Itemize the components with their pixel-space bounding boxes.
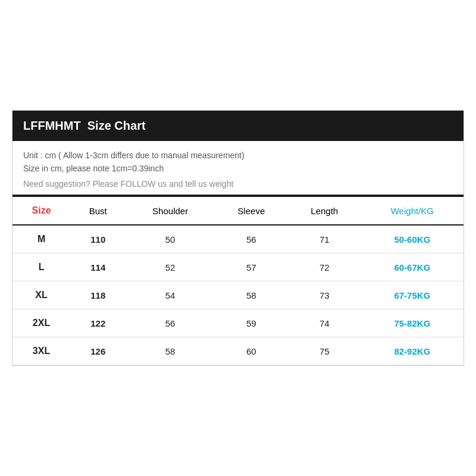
bust-value: 118 (70, 281, 126, 309)
weight-value: 60-67KG (361, 253, 464, 281)
chart-word: Size Chart (87, 119, 146, 132)
col-size: Size (12, 196, 70, 225)
shoulder-value: 52 (126, 253, 214, 281)
bust-value: 110 (70, 225, 126, 253)
chart-header: LFFMHMT Size Chart (12, 111, 464, 141)
shoulder-value: 50 (126, 225, 214, 253)
chart-title: LFFMHMT Size Chart (23, 119, 146, 132)
bust-value: 114 (70, 253, 126, 281)
bust-value: 122 (70, 309, 126, 337)
shoulder-value: 56 (126, 309, 214, 337)
length-value: 72 (288, 253, 361, 281)
table-row: L11452577260-67KG (12, 253, 464, 281)
col-shoulder: Shoulder (126, 196, 214, 225)
size-value: 3XL (12, 337, 70, 365)
table-row: 3XL12658607582-92KG (12, 337, 464, 365)
size-table: Size Bust Shoulder Sleeve Length Weight/… (12, 196, 464, 365)
length-value: 74 (288, 309, 361, 337)
brand-name: LFFMHMT (23, 119, 81, 132)
size-value: 2XL (12, 309, 70, 337)
table-header-row: Size Bust Shoulder Sleeve Length Weight/… (12, 196, 464, 225)
weight-value: 50-60KG (361, 225, 464, 253)
sleeve-value: 60 (215, 337, 288, 365)
sleeve-value: 59 (215, 309, 288, 337)
info-section: Unit : cm ( Allow 1-3cm differs due to m… (12, 141, 464, 196)
col-weight: Weight/KG (361, 196, 464, 225)
size-value: L (12, 253, 70, 281)
weight-value: 82-92KG (361, 337, 464, 365)
sleeve-value: 56 (215, 225, 288, 253)
sleeve-value: 57 (215, 253, 288, 281)
length-value: 73 (288, 281, 361, 309)
sleeve-value: 58 (215, 281, 288, 309)
suggestion-info: Need suggestion? Please FOLLOW us and te… (23, 179, 453, 189)
table-row: XL11854587367-75KG (12, 281, 464, 309)
length-value: 75 (288, 337, 361, 365)
col-length: Length (288, 196, 361, 225)
table-row: 2XL12256597475-82KG (12, 309, 464, 337)
size-value: M (12, 225, 70, 253)
weight-value: 75-82KG (361, 309, 464, 337)
length-value: 71 (288, 225, 361, 253)
table-row: M11050567150-60KG (12, 225, 464, 253)
shoulder-value: 54 (126, 281, 214, 309)
col-bust: Bust (70, 196, 126, 225)
unit-info: Unit : cm ( Allow 1-3cm differs due to m… (23, 151, 453, 160)
size-chart-container: LFFMHMT Size Chart Unit : cm ( Allow 1-3… (12, 110, 464, 366)
bust-value: 126 (70, 337, 126, 365)
weight-value: 67-75KG (361, 281, 464, 309)
size-value: XL (12, 281, 70, 309)
size-info: Size in cm, please note 1cm=0.39inch (23, 164, 453, 173)
shoulder-value: 58 (126, 337, 214, 365)
col-sleeve: Sleeve (215, 196, 288, 225)
